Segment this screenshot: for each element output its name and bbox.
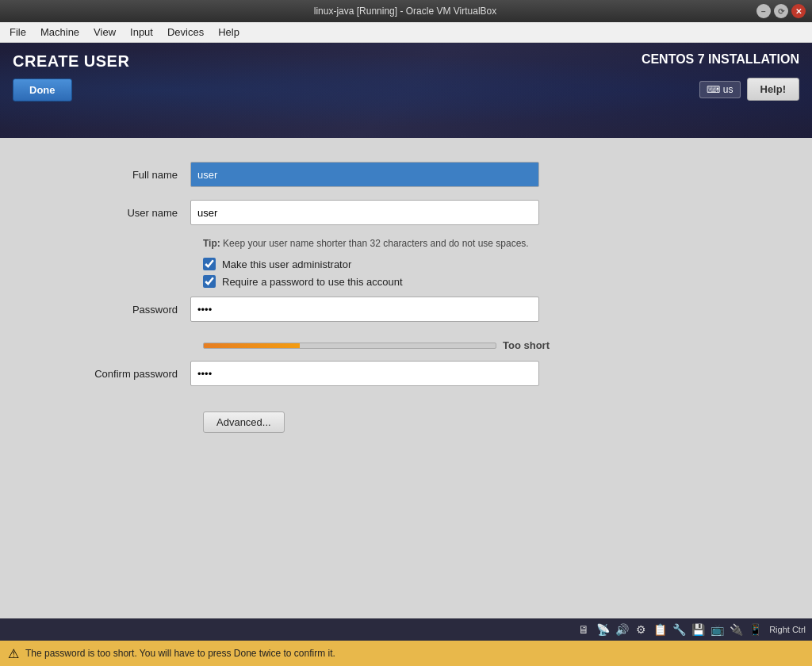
menu-input[interactable]: Input bbox=[124, 25, 159, 40]
menu-view[interactable]: View bbox=[87, 25, 122, 40]
menu-bar: File Machine View Input Devices Help bbox=[0, 22, 812, 43]
admin-checkbox-row: Make this user administrator bbox=[0, 255, 812, 273]
admin-checkbox-label[interactable]: Make this user administrator bbox=[222, 258, 351, 270]
tray-icon-8[interactable]: 📺 bbox=[709, 622, 725, 637]
tray-icon-1[interactable]: 🖥 bbox=[576, 622, 592, 637]
header-right: CENTOS 7 INSTALLATION ⌨ us Help! bbox=[642, 52, 799, 101]
password-checkbox-row: Require a password to use this account bbox=[0, 273, 812, 290]
tray-icon-3[interactable]: 🔊 bbox=[614, 622, 630, 637]
status-message: The password is too short. You will have… bbox=[25, 648, 804, 659]
require-password-label[interactable]: Require a password to use this account bbox=[222, 276, 403, 288]
advanced-button[interactable]: Advanced... bbox=[203, 411, 285, 433]
tray-icon-10[interactable]: 📱 bbox=[747, 622, 763, 637]
close-button[interactable]: ✕ bbox=[791, 4, 806, 18]
restore-button[interactable]: ⟳ bbox=[774, 4, 788, 18]
tray-icon-2[interactable]: 📡 bbox=[595, 622, 611, 637]
username-label: User name bbox=[32, 207, 190, 219]
keyboard-icon: ⌨ bbox=[707, 84, 720, 95]
done-button[interactable]: Done bbox=[13, 78, 72, 101]
help-button[interactable]: Help! bbox=[747, 78, 800, 101]
menu-devices[interactable]: Devices bbox=[161, 25, 210, 40]
menu-machine[interactable]: Machine bbox=[34, 25, 86, 40]
window-controls: − ⟳ ✕ bbox=[756, 4, 806, 18]
strength-row: Too short bbox=[0, 335, 812, 351]
title-bar: linux-java [Running] - Oracle VM Virtual… bbox=[0, 0, 812, 22]
strength-bar-container bbox=[203, 343, 496, 349]
confirm-password-row: Confirm password bbox=[0, 361, 812, 386]
fullname-label: Full name bbox=[32, 169, 190, 181]
strength-label: Too short bbox=[503, 339, 550, 351]
centos-title: CENTOS 7 INSTALLATION bbox=[642, 52, 799, 67]
require-password-checkbox[interactable] bbox=[203, 275, 216, 288]
advanced-row: Advanced... bbox=[0, 399, 812, 433]
keyboard-indicator[interactable]: ⌨ us bbox=[699, 81, 741, 98]
tip-prefix: Tip: bbox=[203, 238, 220, 249]
tray-icon-7[interactable]: 💾 bbox=[690, 622, 706, 637]
fullname-input[interactable] bbox=[190, 162, 539, 187]
confirm-password-input[interactable] bbox=[190, 361, 539, 386]
app-header: CREATE USER Done CENTOS 7 INSTALLATION ⌨… bbox=[0, 43, 812, 138]
tray-icon-9[interactable]: 🔌 bbox=[728, 622, 744, 637]
password-label: Password bbox=[32, 304, 190, 316]
tray-icon-6[interactable]: 🔧 bbox=[671, 622, 687, 637]
menu-file[interactable]: File bbox=[3, 25, 33, 40]
window-title: linux-java [Running] - Oracle VM Virtual… bbox=[54, 6, 756, 17]
tip-row: Tip: Keep your user name shorter than 32… bbox=[0, 238, 812, 255]
keyboard-lang: us bbox=[723, 84, 733, 95]
tip-text: Keep your user name shorter than 32 char… bbox=[220, 238, 529, 249]
header-right-col: CENTOS 7 INSTALLATION ⌨ us Help! bbox=[642, 52, 799, 101]
status-bar: ⚠ The password is too short. You will ha… bbox=[0, 641, 812, 666]
right-ctrl-label: Right Ctrl bbox=[769, 625, 806, 634]
minimize-button[interactable]: − bbox=[756, 4, 771, 18]
username-input[interactable] bbox=[190, 200, 539, 225]
tray-icon-4[interactable]: ⚙ bbox=[633, 622, 649, 637]
warning-icon: ⚠ bbox=[8, 646, 19, 661]
fullname-row: Full name bbox=[0, 162, 812, 187]
system-tray: 🖥 📡 🔊 ⚙ 📋 🔧 💾 📺 🔌 📱 Right Ctrl bbox=[0, 618, 812, 641]
password-row: Password bbox=[0, 297, 812, 322]
header-left: CREATE USER Done bbox=[13, 52, 129, 101]
username-row: User name bbox=[0, 200, 812, 225]
admin-checkbox[interactable] bbox=[203, 258, 216, 270]
strength-bar-fill bbox=[204, 343, 300, 348]
page-title: CREATE USER bbox=[13, 52, 129, 71]
tray-icon-5[interactable]: 📋 bbox=[652, 622, 668, 637]
password-input[interactable] bbox=[190, 297, 539, 322]
confirm-password-label: Confirm password bbox=[32, 368, 190, 380]
menu-help[interactable]: Help bbox=[212, 25, 246, 40]
form-area: Full name User name Tip: Keep your user … bbox=[0, 138, 812, 614]
